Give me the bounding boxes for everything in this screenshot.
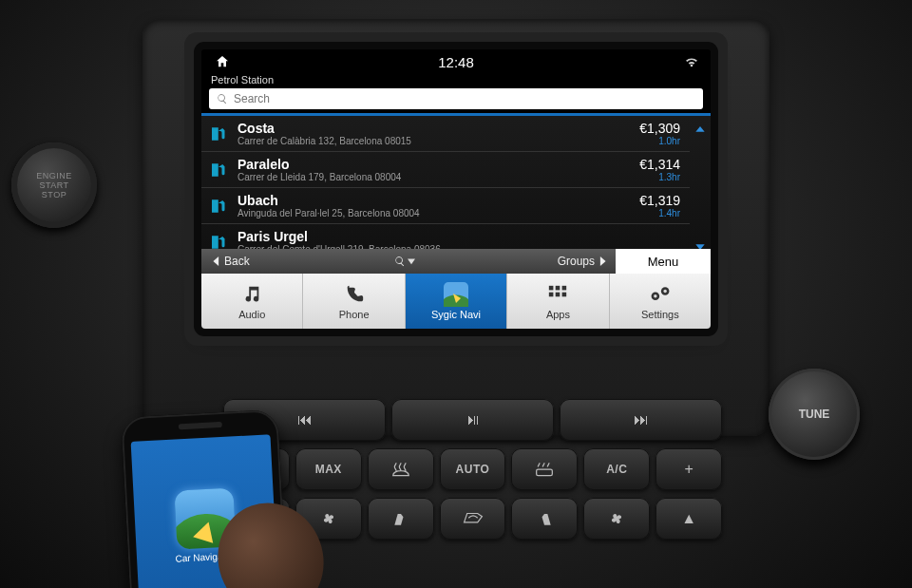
menu-button[interactable]: Menu	[616, 249, 711, 274]
fuel-pump-icon	[209, 161, 228, 179]
auto-button[interactable]: AUTO	[440, 448, 506, 490]
result-row[interactable]: Costa Carrer de Calàbria 132, Barcelona …	[201, 116, 690, 152]
groups-label: Groups	[558, 255, 595, 268]
fuel-pump-icon	[209, 198, 228, 215]
recirculate-button[interactable]	[440, 498, 506, 540]
result-price: €1,314	[639, 157, 680, 172]
nav-app-icon	[444, 283, 468, 306]
clock: 12:48	[438, 54, 474, 70]
menu-label: Menu	[648, 255, 679, 269]
result-name: Ubach	[238, 193, 630, 208]
defrost-front-button[interactable]	[368, 448, 434, 490]
result-distance: 1.4hr	[639, 208, 680, 218]
ac-button[interactable]: A/C	[583, 448, 650, 490]
tab-label: Sygic Navi	[431, 309, 481, 320]
tab-phone[interactable]: Phone	[303, 274, 405, 329]
svg-point-10	[663, 289, 666, 292]
back-button[interactable]: Back	[201, 255, 261, 268]
groups-button[interactable]: Groups	[548, 255, 616, 268]
gears-icon	[649, 283, 672, 306]
tab-settings[interactable]: Settings	[610, 274, 711, 329]
tab-apps[interactable]: Apps	[507, 274, 609, 329]
sub-bar: Back Groups Menu	[201, 249, 711, 274]
phone-speaker	[178, 422, 221, 429]
temp-up-right[interactable]: ▲	[656, 498, 722, 540]
breadcrumb: Petrol Station	[201, 74, 711, 88]
search-bar[interactable]	[209, 88, 703, 109]
tab-label: Audio	[238, 309, 265, 320]
defrost-rear-button[interactable]	[511, 448, 578, 490]
back-label: Back	[224, 255, 250, 268]
tab-label: Phone	[339, 309, 370, 320]
home-icon[interactable]	[215, 54, 230, 69]
svg-rect-11	[537, 469, 553, 476]
phone-icon	[344, 283, 365, 306]
seat-heat-right[interactable]	[511, 498, 578, 540]
play-pause-button[interactable]: ⏯	[391, 399, 554, 441]
result-row[interactable]: Paris Urgel Carrer del Comte d'Urgell 21…	[201, 224, 690, 249]
result-address: Carrer de Calàbria 132, Barcelona 08015	[238, 136, 630, 146]
status-bar: 12:48	[201, 49, 711, 74]
music-icon	[241, 283, 262, 306]
result-price: €1,319	[639, 193, 680, 208]
engine-start-button[interactable]: ENGINE START STOP	[11, 142, 97, 228]
tab-sygic-navi[interactable]: Sygic Navi	[406, 274, 507, 329]
search-mode-button[interactable]	[261, 256, 548, 267]
fuel-pump-icon	[209, 125, 228, 142]
search-icon	[217, 93, 228, 104]
result-price: €1,309	[639, 121, 680, 136]
tab-audio[interactable]: Audio	[201, 274, 303, 329]
result-name: Costa	[238, 121, 630, 136]
result-row[interactable]: Ubach Avinguda del Paral·lel 25, Barcelo…	[201, 188, 690, 224]
result-distance: 1.3hr	[639, 172, 680, 182]
tab-label: Apps	[546, 309, 570, 320]
tab-label: Settings	[641, 309, 679, 320]
seat-heat-left[interactable]	[368, 498, 434, 540]
svg-rect-6	[562, 292, 567, 296]
next-track-button[interactable]: ⏭	[560, 399, 722, 441]
scroll-up-icon[interactable]	[694, 123, 707, 137]
svg-rect-1	[549, 285, 554, 290]
results-list: Costa Carrer de Calàbria 132, Barcelona …	[201, 116, 711, 249]
fan-up-button[interactable]	[583, 498, 650, 540]
result-row[interactable]: Paralelo Carrer de Lleida 179, Barcelona…	[201, 152, 690, 188]
result-distance: 1.0hr	[639, 136, 680, 146]
apps-grid-icon	[547, 283, 568, 306]
infotainment-screen: 12:48 Petrol Station Costa Carrer de Cal…	[201, 49, 711, 329]
svg-rect-3	[562, 285, 567, 290]
svg-rect-5	[556, 292, 560, 296]
result-address: Carrer de Lleida 179, Barcelona 08004	[238, 172, 630, 182]
max-button[interactable]: MAX	[295, 448, 362, 490]
scroll-arrows	[690, 116, 711, 249]
search-input[interactable]	[234, 92, 695, 105]
svg-point-8	[654, 294, 656, 297]
plus-button[interactable]: +	[656, 448, 722, 490]
wifi-icon	[684, 55, 699, 68]
tab-bar: Audio Phone Sygic Navi Apps Settings	[201, 274, 711, 329]
fuel-pump-icon	[209, 234, 228, 250]
result-name: Paralelo	[238, 157, 630, 172]
engine-label-2: START	[39, 180, 68, 190]
result-name: Paris Urgel	[238, 229, 671, 244]
engine-label-3: STOP	[42, 190, 66, 199]
result-address: Avinguda del Paral·lel 25, Barcelona 080…	[238, 208, 630, 218]
svg-rect-4	[549, 292, 554, 296]
svg-rect-2	[556, 285, 560, 290]
engine-label-1: ENGINE	[36, 171, 72, 180]
tune-knob[interactable]: TUNE	[769, 369, 860, 460]
scroll-down-icon[interactable]	[694, 239, 707, 249]
tune-label: TUNE	[799, 408, 830, 421]
